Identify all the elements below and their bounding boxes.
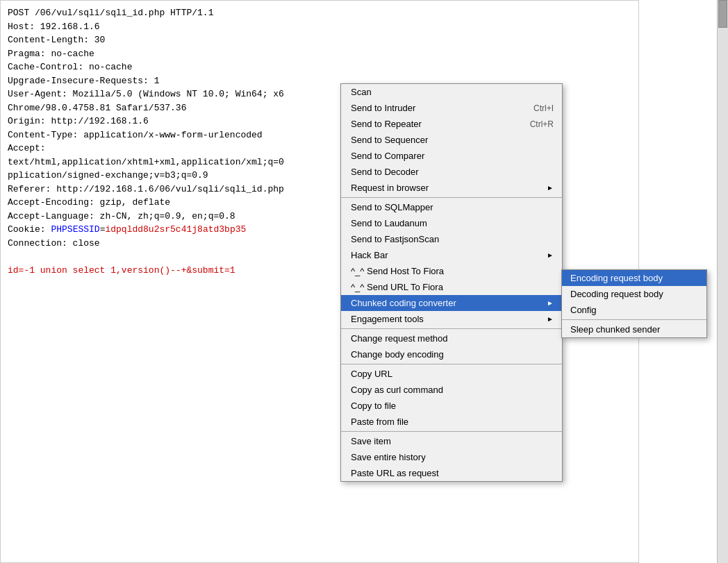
menu-item-change-body-encoding[interactable]: Change body encoding [341,346,562,362]
menu-item-send-intruder-label: Send to Intruder [351,103,415,113]
menu-item-scan[interactable]: Scan [341,84,562,100]
menu-item-scan-label: Scan [351,87,372,97]
menu-separator-2 [341,328,562,329]
menu-item-send-url-fiora[interactable]: ^_^ Send URL To Fiora [341,279,562,295]
menu-item-send-sequencer-label: Send to Sequencer [351,135,428,145]
menu-item-change-request-method-label: Change request method [351,333,447,344]
engagement-tools-arrow-icon: ► [547,315,554,323]
request-line-1: POST /06/vul/sqli/sqli_id.php HTTP/1.1 [8,6,631,20]
sub-menu-item-decoding-label: Decoding request body [570,289,663,299]
menu-item-change-request-method[interactable]: Change request method [341,330,562,346]
menu-item-send-repeater-label: Send to Repeater [351,119,422,129]
menu-item-copy-url-label: Copy URL [351,369,392,379]
menu-item-save-item-label: Save item [351,436,391,446]
menu-item-copy-url[interactable]: Copy URL [341,366,562,382]
menu-item-send-intruder-shortcut: Ctrl+I [533,103,554,113]
menu-item-copy-curl-label: Copy as curl command [351,385,443,395]
menu-item-paste-url-request[interactable]: Paste URL as request [341,465,562,481]
menu-item-send-intruder[interactable]: Send to Intruder Ctrl+I [341,100,562,116]
menu-item-send-repeater[interactable]: Send to Repeater Ctrl+R [341,116,562,132]
request-line-4: Pragma: no-cache [8,47,631,61]
menu-item-send-repeater-shortcut: Ctrl+R [530,119,554,129]
menu-item-chunked-coding-label: Chunked coding converter [351,298,456,308]
sub-menu-item-encoding[interactable]: Encoding request body [562,270,706,286]
sub-menu-separator-1 [562,319,706,320]
menu-item-fastjsonscan[interactable]: Send to FastjsonScan [341,231,562,247]
menu-item-copy-curl[interactable]: Copy as curl command [341,382,562,398]
menu-item-save-item[interactable]: Save item [341,433,562,449]
menu-item-paste-from-file-label: Paste from file [351,417,408,427]
sub-menu-item-encoding-label: Encoding request body [570,273,663,283]
menu-item-engagement-tools-label: Engagement tools [351,314,424,324]
menu-item-save-history-label: Save entire history [351,452,426,462]
menu-item-save-history[interactable]: Save entire history [341,449,562,465]
sub-context-menu: Encoding request body Decoding request b… [561,269,707,338]
menu-item-send-decoder-label: Send to Decoder [351,167,419,177]
cookie-value: idpqldd8u2sr5c41j8atd3bp35 [105,224,246,235]
cookie-name: PHPSESSID [51,224,99,235]
menu-separator-1 [341,197,562,198]
menu-item-send-comparer-label: Send to Comparer [351,151,424,161]
menu-item-request-browser-label: Request in browser [351,183,429,193]
menu-item-paste-from-file[interactable]: Paste from file [341,414,562,430]
menu-item-chunked-coding[interactable]: Chunked coding converter ► [341,295,562,311]
menu-item-paste-url-request-label: Paste URL as request [351,468,439,478]
menu-item-send-decoder[interactable]: Send to Decoder [341,164,562,180]
menu-item-change-body-encoding-label: Change body encoding [351,349,444,360]
request-line-3: Content-Length: 30 [8,33,631,47]
menu-item-fastjsonscan-label: Send to FastjsonScan [351,234,439,244]
chunked-coding-arrow-icon: ► [547,299,554,307]
menu-item-request-browser[interactable]: Request in browser ► [341,180,562,196]
menu-item-send-comparer[interactable]: Send to Comparer [341,148,562,164]
menu-item-sqlmapper-label: Send to SQLMapper [351,202,433,212]
menu-item-hackbar[interactable]: Hack Bar ► [341,247,562,263]
menu-item-send-sequencer[interactable]: Send to Sequencer [341,132,562,148]
sub-menu-item-sleep-chunked[interactable]: Sleep chunked sender [562,321,706,337]
sub-menu-item-config[interactable]: Config [562,302,706,318]
hackbar-arrow-icon: ► [547,251,554,259]
menu-item-engagement-tools[interactable]: Engagement tools ► [341,311,562,327]
menu-item-send-host-fiora[interactable]: ^_^ Send Host To Fiora [341,263,562,279]
context-menu: Scan Send to Intruder Ctrl+I Send to Rep… [340,83,563,482]
sub-menu-item-decoding[interactable]: Decoding request body [562,286,706,302]
menu-item-send-url-fiora-label: ^_^ Send URL To Fiora [351,282,443,292]
menu-separator-4 [341,431,562,432]
scrollbar[interactable] [717,0,728,563]
menu-item-send-host-fiora-label: ^_^ Send Host To Fiora [351,266,444,276]
menu-item-sqlmapper[interactable]: Send to SQLMapper [341,199,562,215]
request-line-5: Cache-Control: no-cache [8,60,631,74]
request-line-2: Host: 192.168.1.6 [8,20,631,34]
menu-separator-3 [341,364,562,364]
request-browser-arrow-icon: ► [547,184,554,192]
menu-item-laudanum[interactable]: Send to Laudanum [341,215,562,231]
menu-item-copy-to-file[interactable]: Copy to file [341,398,562,414]
sub-menu-item-sleep-chunked-label: Sleep chunked sender [570,324,660,335]
menu-item-hackbar-label: Hack Bar [351,250,388,260]
menu-item-laudanum-label: Send to Laudanum [351,218,427,228]
scrollbar-thumb[interactable] [718,0,727,28]
sub-menu-item-config-label: Config [570,305,597,315]
menu-item-copy-to-file-label: Copy to file [351,401,396,411]
